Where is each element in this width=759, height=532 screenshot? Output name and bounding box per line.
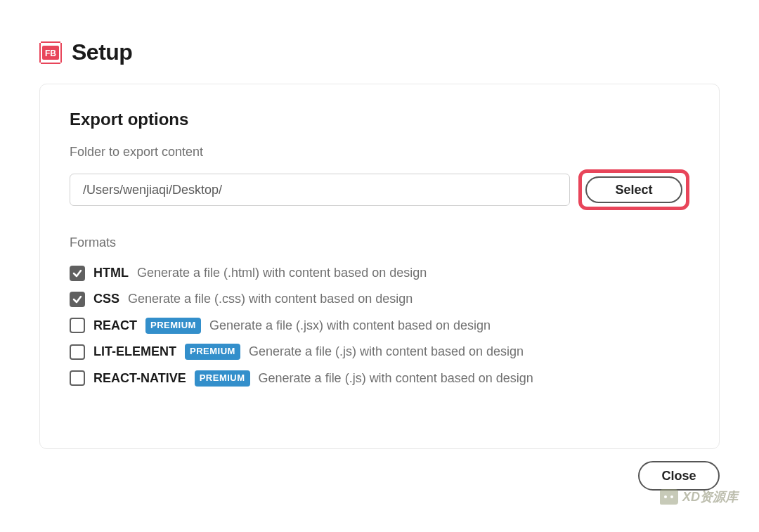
checkbox-react-native[interactable] — [70, 370, 85, 386]
section-title: Export options — [70, 110, 689, 129]
watermark: XD资源库 — [660, 488, 738, 505]
format-name: REACT — [93, 318, 137, 334]
svg-rect-1 — [41, 41, 60, 43]
format-row-css: CSS Generate a file (.css) with content … — [70, 286, 689, 312]
format-name: CSS — [93, 291, 119, 307]
format-row-react-native: REACT-NATIVE PREMIUM Generate a file (.j… — [70, 365, 689, 391]
close-button[interactable]: Close — [638, 461, 720, 491]
page-title: Setup — [72, 39, 132, 65]
svg-rect-3 — [41, 63, 60, 64]
folder-path-input[interactable] — [70, 174, 570, 206]
checkbox-lit-element[interactable] — [70, 344, 85, 360]
formats-label: Formats — [70, 235, 689, 250]
folder-label: Folder to export content — [70, 145, 689, 160]
format-name: REACT-NATIVE — [93, 370, 186, 387]
format-name: LIT-ELEMENT — [93, 344, 176, 360]
format-row-html: HTML Generate a file (.html) with conten… — [70, 260, 689, 286]
folder-row: Select — [70, 169, 689, 210]
format-row-lit-element: LIT-ELEMENT PREMIUM Generate a file (.js… — [70, 339, 689, 365]
format-name: HTML — [93, 265, 129, 281]
premium-badge: PREMIUM — [195, 370, 250, 387]
footer: Close — [638, 461, 720, 491]
svg-rect-0 — [39, 43, 41, 63]
format-desc: Generate a file (.js) with content based… — [259, 370, 533, 387]
format-desc: Generate a file (.js) with content based… — [249, 344, 524, 360]
format-desc: Generate a file (.jsx) with content base… — [209, 318, 491, 334]
page-header: FB Setup — [39, 39, 720, 65]
checkbox-css[interactable] — [70, 292, 85, 307]
wechat-icon — [660, 489, 678, 505]
export-options-panel: Export options Folder to export content … — [39, 84, 720, 449]
format-desc: Generate a file (.css) with content base… — [128, 291, 413, 307]
select-button-highlight: Select — [578, 169, 689, 210]
svg-text:FB: FB — [45, 48, 56, 58]
watermark-text: XD资源库 — [682, 488, 738, 505]
format-row-react: REACT PREMIUM Generate a file (.jsx) wit… — [70, 313, 689, 339]
select-folder-button[interactable]: Select — [585, 176, 682, 203]
checkbox-react[interactable] — [70, 318, 85, 333]
premium-badge: PREMIUM — [145, 318, 201, 334]
fb-app-icon: FB — [39, 41, 62, 64]
format-desc: Generate a file (.html) with content bas… — [137, 265, 427, 281]
svg-rect-2 — [60, 43, 62, 63]
checkbox-html[interactable] — [70, 266, 85, 281]
premium-badge: PREMIUM — [185, 344, 240, 360]
